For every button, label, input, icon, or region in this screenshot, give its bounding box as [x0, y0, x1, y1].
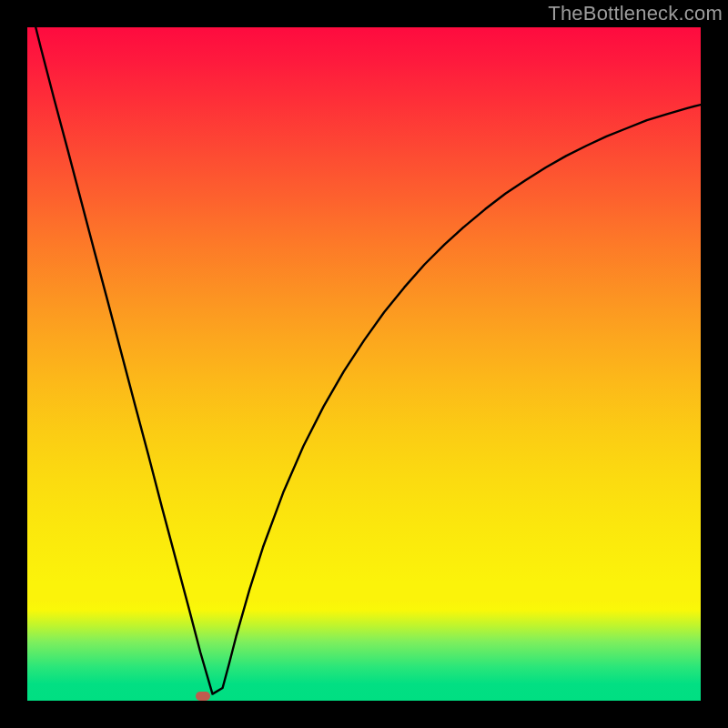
curve-layer — [27, 27, 701, 701]
optimal-point-marker — [196, 692, 210, 701]
plot-area — [27, 27, 701, 701]
watermark-text: TheBottleneck.com — [548, 2, 723, 25]
chart-frame: TheBottleneck.com — [0, 0, 728, 728]
bottleneck-curve — [31, 27, 701, 694]
